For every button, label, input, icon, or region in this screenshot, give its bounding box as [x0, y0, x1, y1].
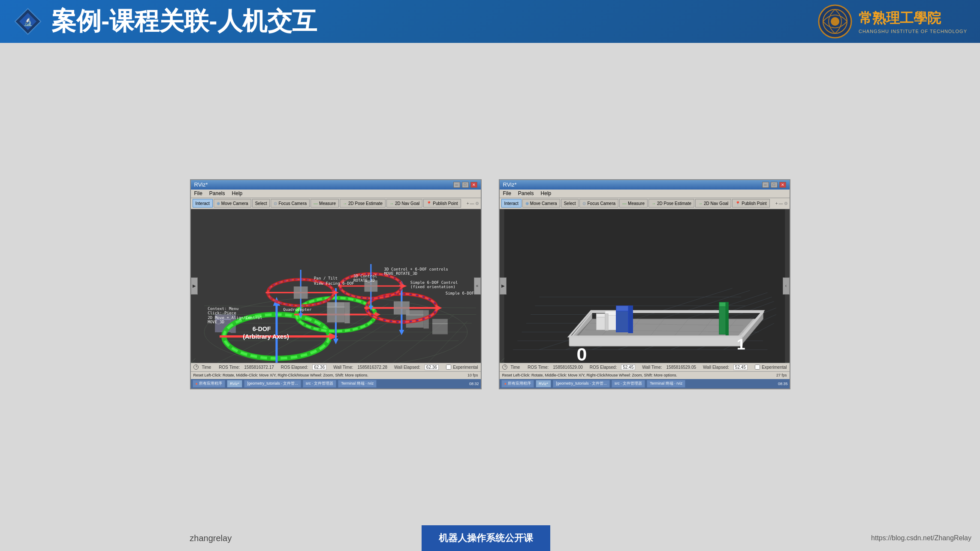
left-collapse-right-btn[interactable]: «: [474, 277, 481, 295]
svg-text:MOVE_3D: MOVE_3D: [208, 319, 224, 324]
nav-icon-left: →: [389, 201, 394, 206]
svg-rect-128: [605, 313, 608, 330]
wall-elapsed-label-right: Wall Elapsed:: [703, 365, 729, 370]
left-collapse-left-btn[interactable]: ▶: [191, 277, 198, 295]
school-name-area: 常熟理工學院 CHANGSHU INSTITUTE OF TECHNOLOGY: [859, 9, 967, 34]
move-camera-btn-right[interactable]: ⊕ Move Camera: [522, 199, 560, 208]
select-btn-left[interactable]: Select: [252, 199, 270, 208]
svg-text:View Facing 6-DOF: View Facing 6-DOF: [314, 280, 354, 285]
publish-icon-left: 📍: [426, 201, 431, 206]
menu-panels-left[interactable]: Panels: [206, 190, 229, 198]
right-taskbar: ● 所有应用程序 RViz* [geometry_tutorials · 文件管…: [500, 379, 790, 388]
move-camera-btn-left[interactable]: ⊕ Move Camera: [214, 199, 251, 208]
svg-text:ROTATE_3D: ROTATE_3D: [353, 277, 374, 282]
menu-help-left[interactable]: Help: [229, 190, 246, 198]
fps-left: 10 fps: [467, 373, 478, 377]
restore-btn[interactable]: □: [462, 182, 469, 188]
taskbar-geometry-left[interactable]: [geometry_tutorials · 文件管...: [244, 380, 301, 388]
header-title: 案例-课程关联-人机交互: [51, 5, 818, 38]
taskbar-geometry-right[interactable]: [geometry_tutorials · 文件管...: [553, 380, 610, 388]
taskbar-apps-right[interactable]: ● 所有应用程序: [501, 380, 534, 388]
svg-text:MOVE_ROTATE_3D: MOVE_ROTATE_3D: [384, 271, 417, 276]
svg-text:Pan / Tilt: Pan / Tilt: [314, 275, 337, 280]
reset-text-left: Reset Left-Click: Rotate, Middle-Click: …: [193, 373, 368, 377]
ros-elapsed-label-right: ROS Elapsed:: [590, 365, 617, 370]
taskbar-terminal-left[interactable]: Terminal 终端 · rviz: [338, 380, 377, 388]
menu-file-left[interactable]: File: [191, 190, 206, 198]
taskbar-rviz-left[interactable]: RViz*: [227, 380, 242, 388]
left-menubar: File Panels Help: [191, 190, 481, 198]
fps-right: 27 fps: [776, 373, 787, 377]
nav-goal-btn-left[interactable]: → 2D Nav Goal: [386, 199, 422, 208]
nav-goal-btn-right[interactable]: → 2D Nav Goal: [695, 199, 731, 208]
right-menubar: File Panels Help: [500, 190, 790, 198]
ros-time-label-right: ROS Time:: [528, 365, 549, 370]
pose-estimate-btn-right[interactable]: → 2D Pose Estimate: [648, 199, 694, 208]
pose-estimate-btn-left[interactable]: → 2D Pose Estimate: [340, 199, 386, 208]
taskbar-src-right[interactable]: src · 文件管理器: [612, 380, 645, 388]
focus-camera-btn-right[interactable]: ⊙ Focus Camera: [579, 199, 618, 208]
measure-btn-right[interactable]: — Measure: [619, 199, 648, 208]
main-content: RViz* ─ □ ✕ File Panels Help Interact ⊕ …: [0, 43, 980, 525]
svg-rect-131: [628, 306, 633, 333]
pose-icon-left: →: [343, 201, 347, 206]
svg-rect-43: [327, 307, 344, 322]
ros-elapsed-val-left: 62.36: [312, 364, 326, 370]
experimental-label-right: Experimental: [755, 364, 787, 370]
ros-time-val-right: 1585816529.00: [553, 365, 583, 370]
experimental-checkbox-right[interactable]: [755, 364, 760, 370]
publish-point-btn-right[interactable]: 📍 Publish Point: [732, 199, 769, 208]
svg-rect-132: [719, 306, 725, 334]
right-titlebar: RViz* ─ □ ✕: [500, 180, 790, 190]
taskbar-apps-left[interactable]: ● 所有应用程序: [193, 380, 225, 388]
left-viewport[interactable]: Context: Menu Click:-Piece 2D Move + Ali…: [191, 209, 481, 363]
svg-text:1: 1: [736, 336, 745, 353]
left-bottom-bar: Reset Left-Click: Rotate, Middle-Click: …: [191, 371, 481, 379]
right-collapse-left-btn[interactable]: ▶: [500, 277, 507, 295]
taskbar-rviz-right[interactable]: RViz*: [536, 380, 551, 388]
svg-text:6-DOF: 6-DOF: [252, 325, 271, 332]
right-viewport[interactable]: 0 1 ‹ ▶: [500, 209, 790, 363]
taskbar-src-left[interactable]: src · 文件管理器: [303, 380, 337, 388]
minimize-btn[interactable]: ─: [453, 182, 460, 188]
minimize-btn-right[interactable]: ─: [762, 182, 769, 188]
taskbar-terminal-right[interactable]: Terminal 终端 · rviz: [647, 380, 685, 388]
interact-btn-right[interactable]: Interact: [501, 199, 522, 208]
nav-icon-right: →: [698, 201, 703, 206]
svg-text:🔬: 🔬: [23, 17, 33, 27]
publish-point-btn-left[interactable]: 📍 Publish Point: [423, 199, 461, 208]
time-label-right: Time: [511, 365, 520, 370]
measure-btn-left[interactable]: — Measure: [311, 199, 339, 208]
svg-rect-126: [596, 316, 605, 330]
interact-btn-left[interactable]: Interact: [193, 199, 213, 208]
menu-panels-right[interactable]: Panels: [515, 190, 537, 198]
right-collapse-right-btn[interactable]: ‹: [783, 277, 790, 295]
svg-point-5: [831, 17, 839, 26]
right-title-text: RViz*: [503, 181, 517, 188]
wall-elapsed-val-right: 52.45: [733, 364, 748, 370]
footer-author: zhangrelay: [190, 533, 232, 543]
restore-btn-right[interactable]: □: [771, 182, 778, 188]
right-toolbar: Interact ⊕ Move Camera Select ⊙ Focus Ca…: [500, 198, 790, 209]
select-btn-right[interactable]: Select: [561, 199, 579, 208]
close-btn[interactable]: ✕: [470, 182, 477, 188]
svg-text:(fixed  orientation): (fixed orientation): [410, 284, 455, 289]
reset-text-right: Reset Left-Click: Rotate, Middle-Click: …: [502, 373, 677, 377]
footer-url: https://blog.csdn.net/ZhangRelay: [871, 534, 971, 542]
left-title-text: RViz*: [194, 181, 208, 188]
menu-file-right[interactable]: File: [500, 190, 515, 198]
focus-camera-btn-left[interactable]: ⊙ Focus Camera: [271, 199, 310, 208]
svg-rect-130: [616, 306, 628, 311]
focus-icon-left: ⊙: [274, 201, 277, 206]
menu-help-right[interactable]: Help: [537, 190, 555, 198]
svg-rect-134: [726, 302, 728, 335]
wall-elapsed-val-left: 62.36: [425, 364, 439, 370]
time-icon-left: [193, 364, 199, 370]
ros-elapsed-val-right: 52.45: [621, 364, 635, 370]
footer: zhangrelay 机器人操作系统公开课 https://blog.csdn.…: [0, 525, 980, 551]
experimental-checkbox-left[interactable]: [446, 364, 451, 370]
svg-text:Quadrocopter: Quadrocopter: [283, 307, 312, 312]
school-logo-area: 常熟理工學院 CHANGSHU INSTITUTE OF TECHNOLOGY: [818, 4, 967, 39]
left-rviz-window: RViz* ─ □ ✕ File Panels Help Interact ⊕ …: [190, 179, 482, 389]
close-btn-right[interactable]: ✕: [779, 182, 786, 188]
